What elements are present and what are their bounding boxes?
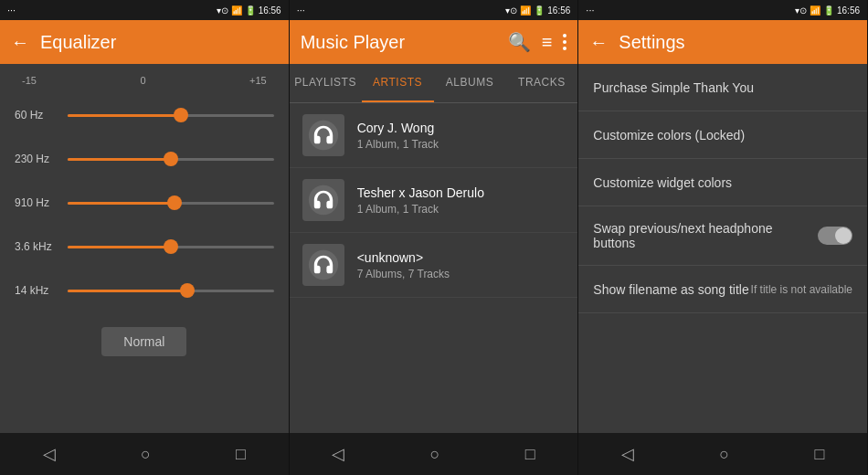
- artist-item-1[interactable]: Cory J. Wong 1 Album, 1 Track: [290, 103, 578, 168]
- st-back-button[interactable]: ←: [589, 32, 608, 53]
- eq-band-910hz: 910 Hz: [15, 181, 274, 225]
- eq-band-36khz: 3.6 kHz: [15, 225, 274, 269]
- eq-band-230hz: 230 Hz: [15, 137, 274, 181]
- eq-status-time: 16:56: [259, 5, 281, 16]
- eq-back-button[interactable]: ←: [11, 32, 29, 53]
- mp-title: Music Player: [301, 32, 497, 53]
- mp-status-bar: ··· ▾⊙ 📶 🔋 16:56: [290, 0, 578, 20]
- toggle-knob: [835, 227, 852, 244]
- artist-name-2: Tesher x Jason Derulo: [357, 185, 484, 200]
- artist-avatar-1: [302, 114, 344, 156]
- st-nav-recent-icon[interactable]: □: [814, 445, 824, 464]
- search-icon[interactable]: 🔍: [508, 31, 531, 53]
- mp-nav-recent-icon[interactable]: □: [525, 445, 535, 464]
- eq-nav-recent-icon[interactable]: □: [236, 445, 246, 464]
- eq-nav-home-icon[interactable]: ○: [141, 445, 151, 464]
- artist-meta-2: 1 Album, 1 Track: [357, 203, 484, 216]
- tab-artists[interactable]: ARTISTS: [362, 64, 434, 102]
- artist-info-2: Tesher x Jason Derulo 1 Album, 1 Track: [357, 185, 484, 216]
- settings-filename[interactable]: Show filename as song title If title is …: [578, 266, 867, 313]
- settings-purchase[interactable]: Purchase Simple Thank You: [578, 64, 867, 111]
- artist-item-3[interactable]: <unknown> 7 Albums, 7 Tracks: [290, 233, 578, 298]
- mp-tabs: PLAYLISTS ARTISTS ALBUMS TRACKS: [290, 64, 578, 103]
- st-status-icons: ▾⊙ 📶 🔋 16:56: [795, 5, 860, 16]
- tab-albums[interactable]: ALBUMS: [434, 64, 506, 102]
- mp-signal-icon: 📶: [520, 5, 531, 16]
- eq-status-bar: ··· ▾⊙ 📶 🔋 16:56: [0, 0, 289, 20]
- st-signal-icon: 📶: [810, 5, 820, 16]
- filter-icon[interactable]: ≡: [542, 32, 553, 53]
- eq-slider-910hz[interactable]: [68, 202, 274, 205]
- mp-wifi-icon: ▾⊙: [505, 5, 517, 16]
- st-toolbar: ← Settings: [578, 20, 867, 64]
- st-nav-bar: ◁ ○ □: [578, 433, 867, 475]
- st-nav-back-icon[interactable]: ◁: [621, 444, 634, 464]
- eq-label-60hz: 60 Hz: [15, 109, 60, 121]
- eq-band-60hz: 60 Hz: [15, 93, 274, 137]
- st-battery-icon: 🔋: [823, 5, 834, 16]
- tab-tracks[interactable]: TRACKS: [505, 64, 577, 102]
- svg-point-2: [309, 250, 338, 280]
- eq-label-36khz: 3.6 kHz: [15, 240, 60, 253]
- settings-widget-colors[interactable]: Customize widget colors: [578, 159, 867, 206]
- eq-status-icons: ▾⊙ 📶 🔋 16:56: [217, 5, 281, 16]
- artist-list: Cory J. Wong 1 Album, 1 Track Tesher x J…: [290, 103, 578, 433]
- artist-meta-3: 7 Albums, 7 Tracks: [357, 268, 450, 280]
- mp-nav-back-icon[interactable]: ◁: [332, 444, 344, 464]
- equalizer-panel: ··· ▾⊙ 📶 🔋 16:56 ← Equalizer -15 0 +15 6…: [0, 0, 290, 475]
- eq-slider-230hz[interactable]: [68, 158, 274, 161]
- eq-band-14khz: 14 kHz: [15, 269, 274, 312]
- st-title: Settings: [619, 32, 856, 53]
- artist-name-1: Cory J. Wong: [357, 121, 439, 135]
- wifi-icon: ▾⊙: [217, 5, 228, 16]
- mp-nav-bar: ◁ ○ □: [290, 433, 578, 475]
- settings-filename-text: Show filename as song title: [593, 282, 750, 297]
- artist-info-1: Cory J. Wong 1 Album, 1 Track: [357, 121, 439, 151]
- st-status-bar: ··· ▾⊙ 📶 🔋 16:56: [578, 0, 867, 20]
- eq-slider-60hz[interactable]: [68, 114, 274, 117]
- eq-title: Equalizer: [40, 32, 278, 53]
- settings-filename-sub: If title is not available: [751, 283, 852, 296]
- artist-avatar-2: [302, 179, 344, 221]
- mp-status-icons: ▾⊙ 📶 🔋 16:56: [505, 5, 570, 16]
- settings-panel: ··· ▾⊙ 📶 🔋 16:56 ← Settings Purchase Sim…: [578, 0, 868, 475]
- settings-swap-buttons[interactable]: Swap previous/next headphone buttons: [578, 206, 867, 266]
- tab-playlists[interactable]: PLAYLISTS: [290, 64, 362, 102]
- eq-scale-max: +15: [249, 75, 267, 86]
- eq-nav-back-icon[interactable]: ◁: [43, 444, 56, 464]
- battery-icon: 🔋: [245, 5, 256, 16]
- artist-item-2[interactable]: Tesher x Jason Derulo 1 Album, 1 Track: [290, 168, 578, 233]
- settings-customize-colors-text: Customize colors (Locked): [593, 128, 852, 142]
- eq-scale-min: -15: [22, 75, 37, 86]
- music-player-panel: ··· ▾⊙ 📶 🔋 16:56 Music Player 🔍 ≡ PLAYLI…: [290, 0, 579, 475]
- eq-status-left: ···: [7, 5, 16, 16]
- eq-slider-36khz[interactable]: [68, 246, 274, 248]
- st-wifi-icon: ▾⊙: [795, 5, 807, 16]
- eq-preset-button[interactable]: Normal: [101, 327, 186, 356]
- mp-battery-icon: 🔋: [534, 5, 545, 16]
- more-options-icon[interactable]: [563, 34, 566, 50]
- st-status-time: 16:56: [837, 5, 860, 16]
- settings-purchase-text: Purchase Simple Thank You: [593, 80, 852, 95]
- eq-scale: -15 0 +15: [15, 75, 274, 86]
- eq-label-14khz: 14 kHz: [15, 284, 60, 297]
- settings-widget-colors-text: Customize widget colors: [593, 175, 852, 190]
- eq-slider-14khz[interactable]: [68, 290, 274, 292]
- eq-toolbar: ← Equalizer: [0, 20, 289, 64]
- settings-customize-colors[interactable]: Customize colors (Locked): [578, 111, 867, 159]
- artist-meta-1: 1 Album, 1 Track: [357, 138, 439, 151]
- svg-point-1: [309, 185, 338, 215]
- eq-content: -15 0 +15 60 Hz 230 Hz 910 Hz: [0, 64, 289, 433]
- settings-content: Purchase Simple Thank You Customize colo…: [578, 64, 867, 433]
- st-status-left: ···: [586, 5, 594, 16]
- st-nav-home-icon[interactable]: ○: [719, 445, 729, 464]
- eq-scale-mid: 0: [140, 75, 145, 86]
- mp-status-time: 16:56: [547, 5, 570, 16]
- artist-info-3: <unknown> 7 Albums, 7 Tracks: [357, 250, 450, 280]
- signal-icon: 📶: [231, 5, 242, 16]
- eq-nav-bar: ◁ ○ □: [0, 433, 289, 475]
- swap-buttons-toggle[interactable]: [818, 227, 852, 245]
- mp-nav-home-icon[interactable]: ○: [430, 445, 440, 464]
- eq-label-230hz: 230 Hz: [15, 153, 60, 165]
- settings-swap-text: Swap previous/next headphone buttons: [593, 221, 818, 250]
